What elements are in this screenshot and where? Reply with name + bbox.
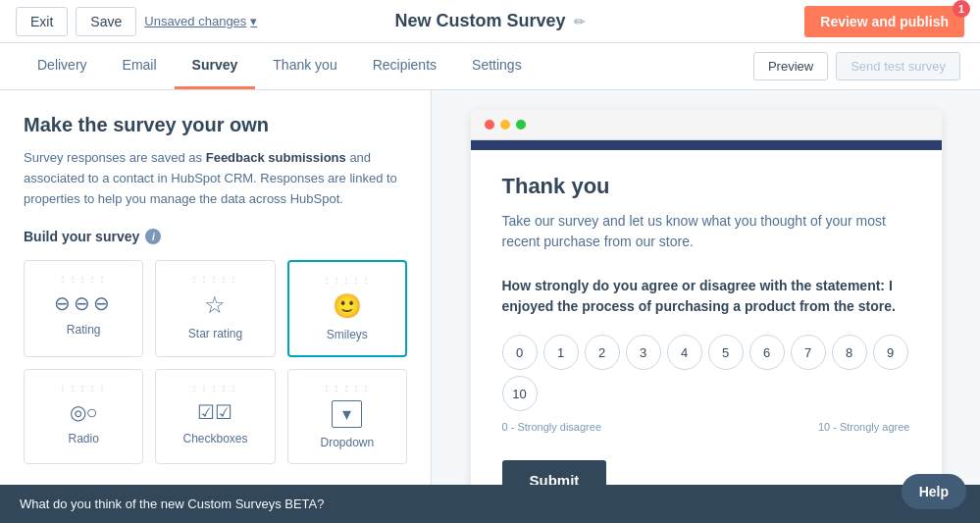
dropdown-label: Dropdown [320, 436, 374, 449]
type-card-dropdown[interactable]: ⋮⋮⋮⋮⋮ ▾ Dropdown [287, 369, 407, 464]
dropdown-icon: ▾ [332, 400, 362, 428]
info-icon[interactable]: i [145, 229, 161, 244]
topbar-center: New Custom Survey ✏ [394, 11, 585, 31]
rating-scale: 0 1 2 3 4 5 6 7 8 9 10 [502, 335, 910, 411]
build-survey-label: Build your survey i [24, 229, 407, 244]
type-card-checkboxes[interactable]: ⋮⋮⋮⋮⋮ ☑☑ Checkboxes [155, 369, 275, 464]
right-panel: Thank you Take our survey and let us kno… [432, 90, 980, 523]
preview-button[interactable]: Preview [753, 52, 828, 80]
bottom-banner: What do you think of the new Custom Surv… [0, 485, 980, 523]
type-card-star-rating[interactable]: ⋮⋮⋮⋮⋮ ☆ Star rating [155, 260, 275, 357]
checkboxes-icon: ☑☑ [197, 400, 232, 424]
nav-tabs-right: Preview Send test survey [753, 52, 960, 80]
rating-2[interactable]: 2 [585, 335, 620, 370]
edit-icon[interactable]: ✏ [574, 14, 586, 29]
rating-0[interactable]: 0 [502, 335, 538, 370]
tab-email[interactable]: Email [105, 43, 175, 89]
dots-rating: ⋮⋮⋮⋮⋮ [59, 275, 108, 284]
browser-bar [471, 110, 942, 140]
dots-radio: ⋮⋮⋮⋮⋮ [59, 384, 108, 392]
tab-settings[interactable]: Settings [454, 43, 540, 89]
rating-10[interactable]: 10 [502, 376, 538, 411]
save-button[interactable]: Save [76, 7, 136, 36]
rating-1[interactable]: 1 [543, 335, 579, 370]
survey-preview: Thank you Take our survey and let us kno… [471, 140, 942, 523]
rating-7[interactable]: 7 [791, 335, 826, 370]
rating-high-label: 10 - Strongly agree [818, 421, 910, 433]
browser-dot-yellow [500, 120, 510, 130]
browser-dot-green [516, 120, 526, 130]
rating-8[interactable]: 8 [832, 335, 867, 370]
dots-checkboxes: ⋮⋮⋮⋮⋮ [190, 384, 239, 392]
chevron-down-icon: ▾ [250, 14, 257, 28]
topbar: Exit Save Unsaved changes ▾ New Custom S… [0, 0, 980, 43]
smiley-icon: 🙂 [333, 292, 362, 320]
rating-labels: 0 - Strongly disagree 10 - Strongly agre… [502, 421, 910, 433]
nav-tabs: Delivery Email Survey Thank you Recipien… [0, 43, 980, 90]
main-content: Make the survey your own Survey response… [0, 90, 980, 523]
rating-icon: ⊖⊖⊖ [54, 291, 113, 315]
rating-label: Rating [67, 323, 101, 337]
browser-mockup: Thank you Take our survey and let us kno… [471, 110, 942, 523]
rating-6[interactable]: 6 [749, 335, 785, 370]
browser-dot-red [485, 120, 494, 130]
notification-badge: 1 [953, 0, 970, 18]
rating-5[interactable]: 5 [708, 335, 744, 370]
left-panel: Make the survey your own Survey response… [0, 90, 432, 523]
review-publish-button[interactable]: Review and publish 1 [804, 6, 964, 37]
panel-description: Survey responses are saved as Feedback s… [24, 148, 407, 209]
survey-type-grid: ⋮⋮⋮⋮⋮ ⊖⊖⊖ Rating ⋮⋮⋮⋮⋮ ☆ Star rating ⋮⋮⋮… [24, 260, 407, 464]
star-rating-label: Star rating [188, 327, 242, 340]
radio-icon: ◎○ [70, 400, 98, 424]
tab-recipients[interactable]: Recipients [355, 43, 454, 89]
unsaved-changes-link[interactable]: Unsaved changes ▾ [144, 14, 257, 28]
bottom-banner-text: What do you think of the new Custom Surv… [20, 497, 324, 511]
survey-body: Thank you Take our survey and let us kno… [471, 150, 942, 523]
send-test-button[interactable]: Send test survey [836, 52, 960, 80]
survey-header-stripe [471, 140, 942, 150]
help-button[interactable]: Help [902, 474, 966, 509]
rating-4[interactable]: 4 [667, 335, 702, 370]
dots-star: ⋮⋮⋮⋮⋮ [190, 275, 239, 284]
nav-tabs-left: Delivery Email Survey Thank you Recipien… [20, 43, 540, 89]
dots-smileys: ⋮⋮⋮⋮⋮ [323, 276, 372, 285]
survey-title: New Custom Survey [394, 11, 565, 31]
radio-label: Radio [68, 432, 98, 445]
type-card-radio[interactable]: ⋮⋮⋮⋮⋮ ◎○ Radio [24, 369, 143, 464]
rating-9[interactable]: 9 [873, 335, 908, 370]
survey-preview-title: Thank you [502, 174, 910, 199]
type-card-rating[interactable]: ⋮⋮⋮⋮⋮ ⊖⊖⊖ Rating [24, 260, 143, 357]
type-card-smileys[interactable]: ⋮⋮⋮⋮⋮ 🙂 Smileys [287, 260, 407, 357]
dots-dropdown: ⋮⋮⋮⋮⋮ [323, 384, 372, 392]
survey-preview-desc: Take our survey and let us know what you… [502, 211, 910, 252]
exit-button[interactable]: Exit [16, 7, 68, 36]
star-icon: ☆ [204, 291, 226, 319]
smileys-label: Smileys [327, 328, 368, 341]
checkboxes-label: Checkboxes [182, 432, 247, 445]
rating-low-label: 0 - Strongly disagree [502, 421, 602, 433]
survey-question: How strongly do you agree or disagree wi… [502, 276, 910, 317]
tab-delivery[interactable]: Delivery [20, 43, 105, 89]
panel-heading: Make the survey your own [24, 114, 407, 136]
tab-survey[interactable]: Survey [175, 43, 256, 89]
rating-3[interactable]: 3 [626, 335, 661, 370]
tab-thank-you[interactable]: Thank you [255, 43, 354, 89]
topbar-right: Review and publish 1 [804, 6, 964, 37]
topbar-left: Exit Save Unsaved changes ▾ [16, 7, 257, 36]
